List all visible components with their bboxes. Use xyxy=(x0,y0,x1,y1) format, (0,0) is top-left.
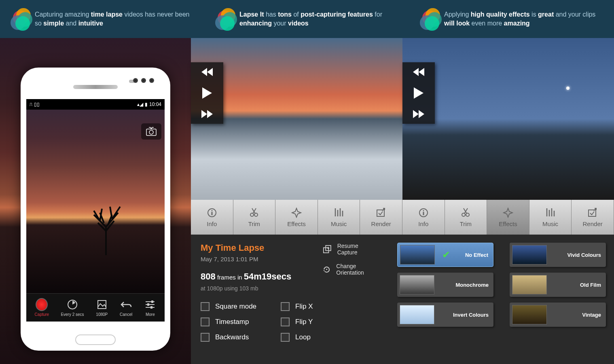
preview-panel-2[interactable] xyxy=(402,38,614,200)
svg-point-8 xyxy=(211,210,212,211)
resolution-info: at 1080p using 103 mb xyxy=(201,285,315,292)
tab-music[interactable]: Music xyxy=(529,200,572,235)
checkbox-timestamp[interactable]: Timestamp xyxy=(201,317,256,326)
more-button[interactable]: More xyxy=(144,298,156,317)
checkbox-icon xyxy=(201,317,210,326)
trim-icon xyxy=(249,207,259,218)
effect-vintage[interactable]: Vintage xyxy=(510,303,606,327)
effect-thumbnail xyxy=(512,245,547,265)
checkbox-backwards[interactable]: Backwards xyxy=(201,333,256,342)
play-icon[interactable] xyxy=(414,87,423,99)
checkbox-flip-y[interactable]: Flip Y xyxy=(281,317,313,326)
svg-rect-9 xyxy=(211,212,212,215)
info-icon xyxy=(418,207,429,218)
effect-old-film[interactable]: Old Film xyxy=(510,273,606,297)
signal-icon: ▯▯ xyxy=(34,102,40,107)
fast-forward-icon[interactable] xyxy=(413,110,424,118)
resolution-button[interactable]: 1080P xyxy=(96,298,108,317)
timer-icon xyxy=(67,299,78,310)
svg-rect-4 xyxy=(151,301,153,303)
banner-text-3: Applying high quality effects is great a… xyxy=(444,10,606,28)
clock: 10:04 xyxy=(149,102,161,107)
change-orientation-button[interactable]: Change Orientation xyxy=(323,263,379,276)
fast-forward-icon[interactable] xyxy=(201,110,213,118)
svg-point-21 xyxy=(326,269,327,270)
project-title: My Time Lapse xyxy=(201,243,315,253)
effects-panel: ✔No EffectVivid ColoursMonochromeOld Fil… xyxy=(389,235,614,364)
checkbox-icon xyxy=(281,333,290,342)
svg-point-14 xyxy=(423,210,424,211)
tab-render[interactable]: Render xyxy=(360,200,402,235)
phone-showcase: ⎍▯▯ ▴◢▮10:04 Capture Ever xyxy=(0,38,191,364)
effects-icon xyxy=(503,207,513,218)
checkbox-flip-x[interactable]: Flip X xyxy=(281,302,313,311)
effect-monochrome[interactable]: Monochrome xyxy=(397,273,493,297)
layers-icon xyxy=(323,245,332,254)
camera-viewfinder[interactable] xyxy=(26,110,165,296)
image-icon xyxy=(97,300,107,309)
switch-camera-button[interactable] xyxy=(141,123,161,140)
interval-button[interactable]: Every 2 secs xyxy=(61,298,84,317)
effect-thumbnail xyxy=(400,275,434,294)
effect-thumbnail xyxy=(512,305,547,324)
rewind-icon[interactable] xyxy=(413,68,424,76)
rewind-icon[interactable] xyxy=(201,68,213,76)
undo-icon xyxy=(121,301,132,309)
record-icon xyxy=(36,298,48,311)
tab-info[interactable]: Info xyxy=(191,200,233,235)
checkbox-loop[interactable]: Loop xyxy=(281,333,313,342)
banner-item-3: Applying high quality effects is great a… xyxy=(409,0,614,38)
effect-thumbnail xyxy=(400,245,435,265)
svg-rect-6 xyxy=(150,306,152,309)
effect-thumbnail xyxy=(512,275,547,294)
frames-info: 808 frames in 54m19secs xyxy=(201,271,315,282)
home-button[interactable] xyxy=(75,334,116,345)
tab-trim[interactable]: Trim xyxy=(233,200,276,235)
editor-tabs: InfoTrimEffectsMusicRenderInfoTrimEffect… xyxy=(191,200,614,235)
sliders-icon xyxy=(145,300,155,309)
app-logo xyxy=(213,8,235,30)
tab-trim[interactable]: Trim xyxy=(445,200,487,235)
checkbox-icon xyxy=(201,333,210,342)
preview-panel-1[interactable] xyxy=(191,38,402,200)
camera-flip-icon xyxy=(145,127,158,136)
checkbox-square-mode[interactable]: Square mode xyxy=(201,302,256,311)
info-panel: My Time Lapse May 7, 2013 1:01 PM 808 fr… xyxy=(191,235,389,364)
tab-music[interactable]: Music xyxy=(318,200,360,235)
effect-vivid-colours[interactable]: Vivid Colours xyxy=(510,243,606,267)
render-icon xyxy=(587,207,598,218)
cancel-button[interactable]: Cancel xyxy=(120,298,132,317)
project-date: May 7, 2013 1:01 PM xyxy=(201,256,315,262)
effect-no-effect[interactable]: ✔No Effect xyxy=(397,243,493,267)
tab-render[interactable]: Render xyxy=(572,200,614,235)
moon xyxy=(566,87,570,90)
play-icon[interactable] xyxy=(202,87,212,99)
capture-button[interactable]: Capture xyxy=(35,298,49,317)
phone-mockup: ⎍▯▯ ▴◢▮10:04 Capture Ever xyxy=(21,68,170,351)
signal-icon: ▴◢ xyxy=(137,102,143,107)
checkbox-icon xyxy=(281,302,290,311)
banner-item-1: Capturing amazing time lapse videos has … xyxy=(0,0,205,38)
status-bar: ⎍▯▯ ▴◢▮10:04 xyxy=(26,99,165,110)
svg-point-1 xyxy=(149,130,153,134)
checkbox-icon xyxy=(201,302,210,311)
resume-capture-button[interactable]: Resume Capture xyxy=(323,243,379,256)
banner-text-2: Lapse It has tons of post-capturing feat… xyxy=(239,10,401,28)
render-icon xyxy=(376,207,386,218)
tab-effects[interactable]: Effects xyxy=(487,200,529,235)
app-logo xyxy=(8,8,30,30)
tab-info[interactable]: Info xyxy=(402,200,445,235)
music-icon xyxy=(334,207,344,218)
music-icon xyxy=(545,207,556,218)
checkbox-icon xyxy=(281,317,290,326)
svg-rect-12 xyxy=(377,210,384,216)
svg-rect-5 xyxy=(147,303,149,306)
rotate-icon xyxy=(323,265,330,274)
checkmark-icon: ✔ xyxy=(442,249,450,260)
info-icon xyxy=(207,207,217,218)
playback-controls xyxy=(402,62,435,124)
svg-rect-15 xyxy=(423,212,424,215)
playback-controls xyxy=(191,62,223,124)
effect-invert-colours[interactable]: Invert Colours xyxy=(397,303,493,327)
tab-effects[interactable]: Effects xyxy=(275,200,318,235)
